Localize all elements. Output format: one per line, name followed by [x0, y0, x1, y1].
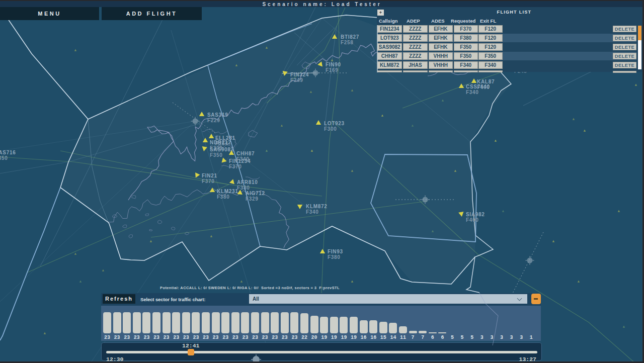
svg-text:F258: F258	[341, 40, 354, 45]
svg-text:SIA982: SIA982	[466, 212, 485, 217]
svg-text:CHH87: CHH87	[236, 151, 255, 156]
svg-text:F249: F249	[290, 77, 303, 83]
svg-text:F300: F300	[324, 126, 337, 132]
svg-text:AIG712: AIG712	[246, 191, 265, 196]
svg-text:FIN1234: FIN1234	[229, 158, 251, 164]
svg-text:FIN93: FIN93	[328, 249, 343, 254]
svg-text:NDR212: NDR212	[210, 140, 231, 145]
svg-text:F380: F380	[217, 194, 230, 200]
svg-text:CSS7640: CSS7640	[466, 84, 490, 89]
svg-text:SAS319: SAS319	[207, 112, 228, 118]
svg-text:F169: F169	[326, 67, 339, 73]
svg-text:F229: F229	[207, 118, 220, 123]
svg-text:KLM231: KLM231	[217, 189, 238, 194]
svg-text:LOT923: LOT923	[324, 121, 345, 126]
svg-text:F329: F329	[246, 196, 259, 202]
svg-text:F350: F350	[210, 152, 223, 158]
svg-text:F400: F400	[466, 217, 479, 223]
svg-text:SAS9082: SAS9082	[210, 147, 234, 152]
svg-text:FIN324: FIN324	[290, 72, 309, 77]
svg-text:SAS716: SAS716	[0, 150, 16, 155]
svg-text:FIN90: FIN90	[326, 62, 341, 67]
svg-text:F380: F380	[237, 185, 250, 191]
svg-text:F340: F340	[306, 209, 319, 215]
svg-text:F340: F340	[466, 89, 479, 95]
svg-text:F370: F370	[202, 178, 215, 184]
svg-text:F350: F350	[0, 155, 8, 161]
svg-text:AFR810: AFR810	[237, 179, 258, 185]
svg-text:F380: F380	[328, 254, 341, 260]
svg-text:BTI827: BTI827	[341, 34, 359, 40]
svg-text:FIN21: FIN21	[202, 173, 217, 178]
svg-text:KLM872: KLM872	[306, 204, 328, 209]
svg-text:F370: F370	[229, 164, 242, 169]
